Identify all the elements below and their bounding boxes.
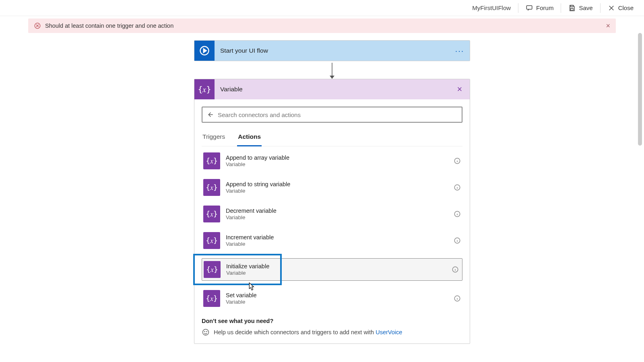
action-name: Append to array variable <box>226 154 448 161</box>
back-arrow-icon[interactable] <box>206 111 214 118</box>
smiley-icon <box>202 328 210 336</box>
close-button[interactable]: Close <box>601 0 641 16</box>
svg-rect-2 <box>571 8 573 10</box>
play-icon <box>194 41 215 61</box>
action-subtitle: Variable <box>226 241 448 247</box>
start-card-title: Start your UI flow <box>215 47 450 54</box>
variable-icon: {𝑥} <box>203 290 220 307</box>
info-icon[interactable] <box>452 266 459 273</box>
search-input[interactable] <box>218 111 458 118</box>
action-increment-variable[interactable]: {𝑥} Increment variable Variable <box>202 232 462 249</box>
error-icon <box>34 22 41 29</box>
top-toolbar: MyFirstUIFlow Forum Save Close <box>0 0 644 16</box>
error-message: Should at least contain one trigger and … <box>45 23 173 29</box>
save-label: Save <box>579 4 592 11</box>
forum-button[interactable]: Forum <box>518 0 561 16</box>
vertical-scrollbar[interactable] <box>637 33 643 354</box>
action-name: Increment variable <box>226 234 448 241</box>
scroll-thumb[interactable] <box>638 33 642 146</box>
picker-tabs: Triggers Actions <box>202 129 462 146</box>
flow-arrow <box>332 64 332 76</box>
variable-icon: {𝑥} <box>203 232 220 249</box>
action-name: Append to string variable <box>226 181 448 187</box>
info-icon[interactable] <box>454 157 461 165</box>
action-append-to-array-variable[interactable]: {𝑥} Append to array variable Variable <box>202 152 462 170</box>
action-name: Set variable <box>226 292 448 298</box>
card-menu-button[interactable]: ··· <box>450 46 470 56</box>
svg-point-11 <box>203 329 209 335</box>
close-label: Close <box>618 4 634 11</box>
picker-footer: Don't see what you need? Help us decide … <box>202 318 462 336</box>
variable-card-title: Variable <box>215 86 450 93</box>
action-subtitle: Variable <box>226 270 446 276</box>
save-button[interactable]: Save <box>561 0 600 16</box>
flow-name-label: MyFirstUIFlow <box>465 4 518 11</box>
action-subtitle: Variable <box>226 299 448 305</box>
action-set-variable[interactable]: {𝑥} Set variable Variable <box>202 290 462 307</box>
forum-label: Forum <box>536 4 553 11</box>
action-decrement-variable[interactable]: {𝑥} Decrement variable Variable <box>202 205 462 223</box>
action-name: Decrement variable <box>226 208 448 214</box>
svg-rect-0 <box>526 6 532 9</box>
svg-rect-1 <box>571 5 573 7</box>
action-initialize-variable[interactable]: {𝑥} Initialize variable Variable <box>202 258 462 281</box>
action-search-box[interactable] <box>202 107 462 123</box>
error-banner: Should at least contain one trigger and … <box>28 19 616 33</box>
card-close-button[interactable]: × <box>450 84 470 95</box>
variable-icon: {𝑥} <box>203 179 220 196</box>
svg-point-12 <box>204 331 205 332</box>
save-icon <box>568 4 576 12</box>
action-subtitle: Variable <box>226 161 448 167</box>
close-icon <box>608 4 615 12</box>
info-icon[interactable] <box>454 237 461 244</box>
action-name: Initialize variable <box>226 263 446 269</box>
action-list: {𝑥} Append to array variable Variable {𝑥… <box>202 152 462 307</box>
footer-help-text: Help us decide which connectors and trig… <box>214 329 402 335</box>
flow-canvas: Start your UI flow ··· {𝑥} Variable × Tr… <box>28 33 636 362</box>
info-icon[interactable] <box>454 184 461 191</box>
variable-icon: {𝑥} <box>203 152 220 169</box>
info-icon[interactable] <box>454 295 461 302</box>
variable-action-picker: {𝑥} Variable × Triggers Actions {𝑥} Appe… <box>194 79 470 344</box>
variable-icon: {𝑥} <box>203 206 220 222</box>
action-subtitle: Variable <box>226 214 448 220</box>
action-append-to-string-variable[interactable]: {𝑥} Append to string variable Variable <box>202 179 462 196</box>
start-flow-card[interactable]: Start your UI flow ··· <box>194 40 470 61</box>
uservoice-link[interactable]: UserVoice <box>376 329 402 335</box>
variable-icon: {𝑥} <box>204 261 221 278</box>
error-dismiss-button[interactable]: × <box>606 22 610 30</box>
tab-actions[interactable]: Actions <box>237 129 262 146</box>
svg-point-13 <box>206 331 207 332</box>
footer-question: Don't see what you need? <box>202 318 462 324</box>
comment-icon <box>526 4 533 12</box>
info-icon[interactable] <box>454 210 461 218</box>
action-subtitle: Variable <box>226 188 448 194</box>
variable-icon: {𝑥} <box>194 79 215 99</box>
tab-triggers[interactable]: Triggers <box>202 129 226 146</box>
